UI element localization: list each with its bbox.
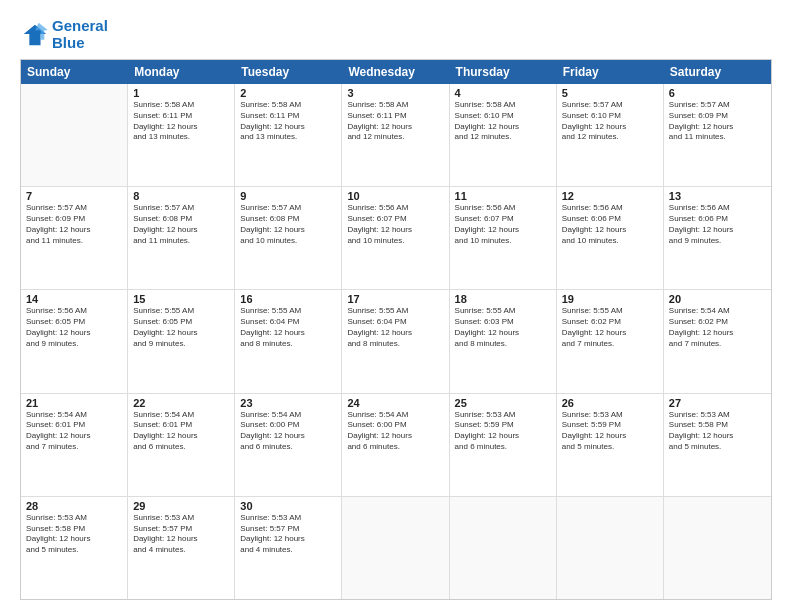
day-number: 1 (133, 87, 229, 99)
day-info: Sunrise: 5:53 AM Sunset: 5:57 PM Dayligh… (240, 513, 336, 556)
day-info: Sunrise: 5:55 AM Sunset: 6:04 PM Dayligh… (347, 306, 443, 349)
day-number: 27 (669, 397, 766, 409)
calendar-cell-day-6: 6Sunrise: 5:57 AM Sunset: 6:09 PM Daylig… (664, 84, 771, 186)
day-number: 30 (240, 500, 336, 512)
day-number: 22 (133, 397, 229, 409)
calendar-body: 1Sunrise: 5:58 AM Sunset: 6:11 PM Daylig… (21, 84, 771, 599)
day-number: 11 (455, 190, 551, 202)
day-info: Sunrise: 5:53 AM Sunset: 5:58 PM Dayligh… (669, 410, 766, 453)
day-info: Sunrise: 5:53 AM Sunset: 5:59 PM Dayligh… (455, 410, 551, 453)
day-info: Sunrise: 5:55 AM Sunset: 6:02 PM Dayligh… (562, 306, 658, 349)
day-info: Sunrise: 5:57 AM Sunset: 6:08 PM Dayligh… (240, 203, 336, 246)
calendar-cell-day-8: 8Sunrise: 5:57 AM Sunset: 6:08 PM Daylig… (128, 187, 235, 289)
day-number: 16 (240, 293, 336, 305)
calendar-cell-day-13: 13Sunrise: 5:56 AM Sunset: 6:06 PM Dayli… (664, 187, 771, 289)
calendar-cell-day-19: 19Sunrise: 5:55 AM Sunset: 6:02 PM Dayli… (557, 290, 664, 392)
header-day-monday: Monday (128, 60, 235, 84)
calendar-cell-day-16: 16Sunrise: 5:55 AM Sunset: 6:04 PM Dayli… (235, 290, 342, 392)
calendar-cell-day-22: 22Sunrise: 5:54 AM Sunset: 6:01 PM Dayli… (128, 394, 235, 496)
day-number: 24 (347, 397, 443, 409)
calendar-cell-day-18: 18Sunrise: 5:55 AM Sunset: 6:03 PM Dayli… (450, 290, 557, 392)
day-info: Sunrise: 5:56 AM Sunset: 6:05 PM Dayligh… (26, 306, 122, 349)
calendar-cell-day-25: 25Sunrise: 5:53 AM Sunset: 5:59 PM Dayli… (450, 394, 557, 496)
day-number: 19 (562, 293, 658, 305)
day-info: Sunrise: 5:54 AM Sunset: 6:00 PM Dayligh… (240, 410, 336, 453)
day-info: Sunrise: 5:54 AM Sunset: 6:00 PM Dayligh… (347, 410, 443, 453)
day-info: Sunrise: 5:56 AM Sunset: 6:07 PM Dayligh… (455, 203, 551, 246)
calendar-row-2: 7Sunrise: 5:57 AM Sunset: 6:09 PM Daylig… (21, 186, 771, 289)
header-day-friday: Friday (557, 60, 664, 84)
calendar-cell-day-4: 4Sunrise: 5:58 AM Sunset: 6:10 PM Daylig… (450, 84, 557, 186)
calendar-cell-day-3: 3Sunrise: 5:58 AM Sunset: 6:11 PM Daylig… (342, 84, 449, 186)
calendar-cell-day-1: 1Sunrise: 5:58 AM Sunset: 6:11 PM Daylig… (128, 84, 235, 186)
day-number: 4 (455, 87, 551, 99)
day-number: 14 (26, 293, 122, 305)
day-info: Sunrise: 5:54 AM Sunset: 6:01 PM Dayligh… (26, 410, 122, 453)
calendar-cell-day-7: 7Sunrise: 5:57 AM Sunset: 6:09 PM Daylig… (21, 187, 128, 289)
day-info: Sunrise: 5:57 AM Sunset: 6:10 PM Dayligh… (562, 100, 658, 143)
calendar-cell-day-5: 5Sunrise: 5:57 AM Sunset: 6:10 PM Daylig… (557, 84, 664, 186)
day-number: 7 (26, 190, 122, 202)
day-number: 9 (240, 190, 336, 202)
day-number: 12 (562, 190, 658, 202)
day-info: Sunrise: 5:57 AM Sunset: 6:09 PM Dayligh… (669, 100, 766, 143)
calendar-row-4: 21Sunrise: 5:54 AM Sunset: 6:01 PM Dayli… (21, 393, 771, 496)
header-day-saturday: Saturday (664, 60, 771, 84)
header-day-thursday: Thursday (450, 60, 557, 84)
logo-general: General (52, 17, 108, 34)
day-info: Sunrise: 5:58 AM Sunset: 6:10 PM Dayligh… (455, 100, 551, 143)
header-day-sunday: Sunday (21, 60, 128, 84)
day-number: 28 (26, 500, 122, 512)
calendar-cell-day-23: 23Sunrise: 5:54 AM Sunset: 6:00 PM Dayli… (235, 394, 342, 496)
day-number: 21 (26, 397, 122, 409)
day-number: 25 (455, 397, 551, 409)
day-info: Sunrise: 5:55 AM Sunset: 6:03 PM Dayligh… (455, 306, 551, 349)
calendar-cell-empty (664, 497, 771, 599)
day-info: Sunrise: 5:56 AM Sunset: 6:06 PM Dayligh… (562, 203, 658, 246)
day-info: Sunrise: 5:53 AM Sunset: 5:57 PM Dayligh… (133, 513, 229, 556)
calendar-cell-empty (557, 497, 664, 599)
day-number: 20 (669, 293, 766, 305)
day-number: 13 (669, 190, 766, 202)
calendar-cell-day-2: 2Sunrise: 5:58 AM Sunset: 6:11 PM Daylig… (235, 84, 342, 186)
calendar-cell-day-17: 17Sunrise: 5:55 AM Sunset: 6:04 PM Dayli… (342, 290, 449, 392)
calendar-row-1: 1Sunrise: 5:58 AM Sunset: 6:11 PM Daylig… (21, 84, 771, 186)
day-number: 18 (455, 293, 551, 305)
calendar-cell-day-11: 11Sunrise: 5:56 AM Sunset: 6:07 PM Dayli… (450, 187, 557, 289)
header: General Blue (20, 18, 772, 51)
calendar-cell-empty (450, 497, 557, 599)
day-info: Sunrise: 5:55 AM Sunset: 6:04 PM Dayligh… (240, 306, 336, 349)
logo-icon (20, 21, 48, 49)
calendar-row-3: 14Sunrise: 5:56 AM Sunset: 6:05 PM Dayli… (21, 289, 771, 392)
calendar-cell-day-24: 24Sunrise: 5:54 AM Sunset: 6:00 PM Dayli… (342, 394, 449, 496)
day-info: Sunrise: 5:56 AM Sunset: 6:06 PM Dayligh… (669, 203, 766, 246)
day-info: Sunrise: 5:58 AM Sunset: 6:11 PM Dayligh… (133, 100, 229, 143)
calendar-cell-day-20: 20Sunrise: 5:54 AM Sunset: 6:02 PM Dayli… (664, 290, 771, 392)
day-info: Sunrise: 5:56 AM Sunset: 6:07 PM Dayligh… (347, 203, 443, 246)
day-info: Sunrise: 5:58 AM Sunset: 6:11 PM Dayligh… (347, 100, 443, 143)
day-info: Sunrise: 5:57 AM Sunset: 6:09 PM Dayligh… (26, 203, 122, 246)
calendar-cell-day-28: 28Sunrise: 5:53 AM Sunset: 5:58 PM Dayli… (21, 497, 128, 599)
day-info: Sunrise: 5:53 AM Sunset: 5:59 PM Dayligh… (562, 410, 658, 453)
calendar-cell-empty (342, 497, 449, 599)
calendar: SundayMondayTuesdayWednesdayThursdayFrid… (20, 59, 772, 600)
logo: General Blue (20, 18, 108, 51)
calendar-cell-day-15: 15Sunrise: 5:55 AM Sunset: 6:05 PM Dayli… (128, 290, 235, 392)
day-number: 17 (347, 293, 443, 305)
calendar-cell-day-30: 30Sunrise: 5:53 AM Sunset: 5:57 PM Dayli… (235, 497, 342, 599)
day-number: 29 (133, 500, 229, 512)
day-info: Sunrise: 5:54 AM Sunset: 6:02 PM Dayligh… (669, 306, 766, 349)
header-day-tuesday: Tuesday (235, 60, 342, 84)
day-number: 5 (562, 87, 658, 99)
day-number: 3 (347, 87, 443, 99)
day-number: 8 (133, 190, 229, 202)
day-info: Sunrise: 5:57 AM Sunset: 6:08 PM Dayligh… (133, 203, 229, 246)
calendar-cell-empty (21, 84, 128, 186)
day-info: Sunrise: 5:53 AM Sunset: 5:58 PM Dayligh… (26, 513, 122, 556)
logo-text: General Blue (52, 18, 108, 51)
day-number: 10 (347, 190, 443, 202)
calendar-cell-day-29: 29Sunrise: 5:53 AM Sunset: 5:57 PM Dayli… (128, 497, 235, 599)
logo-blue: Blue (52, 34, 85, 51)
calendar-header: SundayMondayTuesdayWednesdayThursdayFrid… (21, 60, 771, 84)
day-info: Sunrise: 5:55 AM Sunset: 6:05 PM Dayligh… (133, 306, 229, 349)
